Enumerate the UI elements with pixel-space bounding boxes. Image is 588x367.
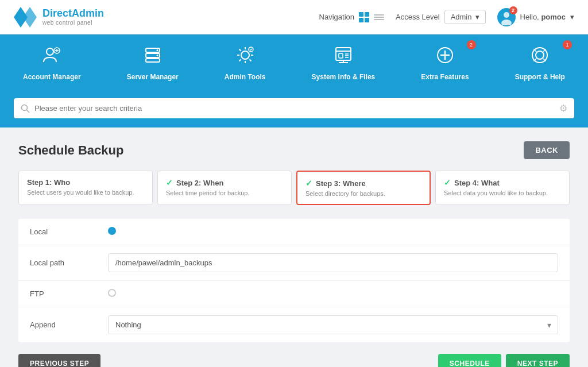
local-control bbox=[108, 227, 558, 237]
page-header: Schedule Backup BACK bbox=[18, 141, 570, 159]
step-2-label: Step 2: When bbox=[176, 179, 223, 187]
local-row: Local bbox=[18, 219, 570, 245]
step-2-card: ✓ Step 2: When Select time period for ba… bbox=[157, 171, 292, 205]
page-title: Schedule Backup bbox=[18, 143, 123, 158]
step-1-title: Step 1: Who bbox=[27, 178, 144, 187]
nav-item-server-manager[interactable]: Server Manager bbox=[104, 34, 202, 91]
nav-item-account-manager[interactable]: Account Manager bbox=[0, 34, 104, 91]
step-3-label: Step 3: Where bbox=[316, 179, 366, 188]
local-path-control bbox=[108, 253, 558, 272]
step-1-card: Step 1: Who Select users you would like … bbox=[18, 171, 153, 205]
nav-item-system-info[interactable]: System Info & Files bbox=[289, 34, 399, 91]
brand-sub: web control panel bbox=[42, 20, 104, 26]
brand-name: DirectAdmin bbox=[42, 7, 104, 20]
step-1-desc: Select users you would like to backup. bbox=[27, 189, 144, 196]
steps-row: Step 1: Who Select users you would like … bbox=[18, 171, 570, 205]
step-2-title: ✓ Step 2: When bbox=[166, 178, 283, 187]
append-control: Nothing Date Time Date and Time ▾ bbox=[108, 315, 558, 334]
svg-point-12 bbox=[156, 55, 158, 56]
append-select[interactable]: Nothing Date Time Date and Time bbox=[108, 315, 558, 334]
step-3-card: ✓ Step 3: Where Select directory for bac… bbox=[296, 171, 431, 205]
extra-features-label: Extra Features bbox=[421, 73, 469, 81]
local-path-input[interactable] bbox=[108, 253, 558, 272]
right-actions: SCHEDULE NEXT STEP bbox=[438, 354, 570, 367]
navigation-label: Navigation bbox=[319, 13, 354, 21]
step-1-label: Step 1: Who bbox=[27, 178, 70, 187]
support-help-label: Support & Help bbox=[515, 73, 565, 81]
extra-features-icon bbox=[435, 45, 455, 68]
search-bar: ⚙ bbox=[0, 91, 588, 128]
nav-item-extra-features[interactable]: 2 Extra Features bbox=[398, 34, 492, 91]
svg-point-4 bbox=[47, 48, 53, 55]
svg-marker-1 bbox=[23, 7, 37, 28]
search-icon bbox=[21, 104, 30, 113]
admin-tools-label: Admin Tools bbox=[225, 73, 266, 81]
step-2-desc: Select time period for backup. bbox=[166, 190, 283, 196]
chevron-down-icon: ▾ bbox=[475, 13, 479, 21]
user-chevron-icon: ▾ bbox=[570, 13, 574, 21]
access-level-section: Access Level Admin ▾ bbox=[396, 10, 485, 24]
step-2-check: ✓ bbox=[166, 178, 173, 187]
server-manager-label: Server Manager bbox=[127, 73, 179, 81]
step-3-desc: Select directory for backups. bbox=[305, 190, 421, 197]
search-inner: ⚙ bbox=[14, 98, 574, 118]
user-greeting: Hello, pomoc bbox=[520, 13, 566, 21]
footer-actions: PREVIOUS STEP SCHEDULE NEXT STEP bbox=[18, 354, 570, 367]
local-path-label: Local path bbox=[30, 258, 99, 267]
account-manager-icon bbox=[41, 45, 62, 68]
next-step-button[interactable]: NEXT STEP bbox=[506, 354, 570, 367]
server-manager-icon bbox=[142, 45, 163, 68]
logo-icon bbox=[14, 7, 37, 28]
nav-bar: Account Manager Server Manager Admin Too… bbox=[0, 34, 588, 91]
svg-rect-20 bbox=[339, 53, 343, 58]
append-label: Append bbox=[30, 320, 99, 329]
previous-step-button[interactable]: PREVIOUS STEP bbox=[18, 354, 100, 367]
extra-features-badge: 2 bbox=[467, 40, 476, 49]
svg-point-33 bbox=[22, 105, 28, 110]
account-manager-label: Account Manager bbox=[23, 73, 81, 81]
system-info-label: System Info & Files bbox=[312, 73, 376, 81]
ftp-control bbox=[108, 289, 558, 299]
access-level-dropdown[interactable]: Admin ▾ bbox=[444, 10, 486, 24]
access-level-value: Admin bbox=[451, 13, 472, 21]
form-section: Local Local path FTP Append Nothing bbox=[18, 219, 570, 342]
settings-icon[interactable]: ⚙ bbox=[559, 103, 567, 114]
nav-item-support-help[interactable]: 1 Support & Help bbox=[492, 34, 588, 91]
schedule-button[interactable]: SCHEDULE bbox=[438, 354, 501, 367]
nav-item-admin-tools[interactable]: Admin Tools bbox=[202, 34, 289, 91]
local-path-row: Local path bbox=[18, 245, 570, 281]
step-4-desc: Select data you would like to backup. bbox=[444, 190, 561, 196]
logo-text: DirectAdmin web control panel bbox=[42, 7, 104, 27]
ftp-row: FTP bbox=[18, 281, 570, 307]
search-input[interactable] bbox=[34, 104, 555, 113]
user-area[interactable]: 2 Hello, pomoc ▾ bbox=[497, 8, 575, 26]
svg-point-11 bbox=[156, 49, 158, 51]
logo-area: DirectAdmin web control panel bbox=[14, 7, 104, 28]
svg-point-3 bbox=[501, 20, 512, 25]
system-info-icon bbox=[333, 45, 354, 68]
ftp-radio[interactable] bbox=[108, 289, 116, 297]
username: pomoc bbox=[541, 13, 566, 21]
local-label: Local bbox=[30, 227, 99, 236]
back-button[interactable]: BACK bbox=[524, 141, 570, 159]
header: DirectAdmin web control panel Navigation… bbox=[0, 0, 588, 34]
svg-rect-10 bbox=[146, 59, 160, 62]
local-radio[interactable] bbox=[108, 227, 116, 235]
support-help-badge: 1 bbox=[563, 40, 572, 49]
step-4-check: ✓ bbox=[444, 178, 451, 187]
support-help-icon bbox=[529, 45, 550, 68]
append-row: Append Nothing Date Time Date and Time ▾ bbox=[18, 307, 570, 342]
svg-point-28 bbox=[536, 51, 544, 59]
ftp-label: FTP bbox=[30, 289, 99, 298]
svg-point-2 bbox=[504, 12, 509, 18]
avatar-badge: 2 bbox=[509, 6, 517, 14]
step-4-card: ✓ Step 4: What Select data you would lik… bbox=[435, 171, 570, 205]
svg-point-13 bbox=[241, 51, 249, 59]
navigation-section: Navigation bbox=[319, 12, 384, 22]
step-4-label: Step 4: What bbox=[454, 179, 500, 187]
svg-rect-15 bbox=[336, 48, 351, 60]
header-right: Navigation Access Level Admin ▾ 2 bbox=[319, 8, 574, 26]
grid-view-icon[interactable] bbox=[359, 12, 369, 22]
list-view-icon[interactable] bbox=[374, 14, 384, 20]
step-4-title: ✓ Step 4: What bbox=[444, 178, 561, 187]
